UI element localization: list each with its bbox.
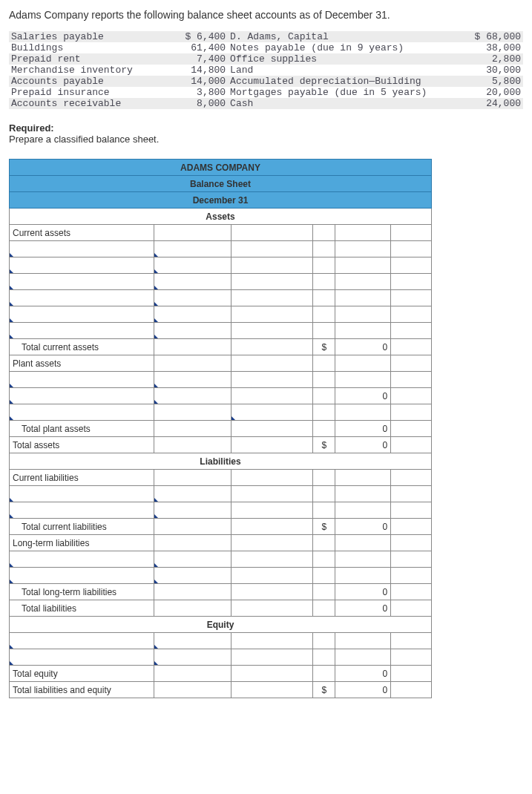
total-plant-assets-value: 0 — [335, 421, 391, 437]
account-label: D. Adams, Capital — [228, 31, 440, 42]
account-amount: 20,000 — [440, 87, 523, 98]
dollar-sign: $ — [313, 682, 335, 698]
account-select[interactable] — [10, 306, 154, 323]
account-label: Accounts payable — [9, 76, 154, 87]
amount-input[interactable] — [154, 388, 231, 404]
total-current-assets-value: 0 — [335, 339, 391, 355]
account-select[interactable] — [10, 551, 154, 568]
account-select[interactable] — [10, 649, 154, 666]
account-label: Prepaid insurance — [9, 87, 154, 98]
account-select[interactable] — [10, 290, 154, 306]
account-label: Cash — [228, 98, 440, 109]
total-assets-value: 0 — [335, 437, 391, 453]
account-label: Salaries payable — [9, 31, 154, 42]
title-header: Balance Sheet — [10, 176, 432, 192]
account-select[interactable] — [10, 388, 154, 404]
amount-input[interactable] — [154, 372, 231, 388]
account-amount: 3,800 — [154, 87, 228, 98]
total-current-assets-label: Total current assets — [10, 339, 154, 355]
amount-input[interactable] — [154, 290, 231, 306]
amount-input[interactable] — [154, 551, 231, 568]
total-liab-equity-value: 0 — [335, 682, 391, 698]
account-label: Prepaid rent — [9, 53, 154, 65]
account-amount: 5,800 — [440, 76, 523, 87]
subtotal-value: 0 — [335, 388, 391, 404]
date-header: December 31 — [10, 192, 432, 209]
account-select[interactable] — [10, 486, 154, 502]
total-liabilities-label: Total liabilities — [10, 600, 154, 617]
intro-text: Adams Company reports the following bala… — [9, 9, 523, 21]
amount-input[interactable] — [154, 486, 231, 502]
amount-input[interactable] — [231, 404, 313, 421]
amount-input[interactable] — [154, 502, 231, 519]
liabilities-header: Liabilities — [10, 453, 432, 470]
total-liabilities-value: 0 — [335, 600, 391, 617]
total-current-liabilities-value: 0 — [335, 519, 391, 535]
account-amount: $ 6,400 — [154, 31, 228, 42]
account-label: Land — [228, 65, 440, 76]
company-header: ADAMS COMPANY — [10, 160, 432, 176]
amount-input[interactable] — [154, 633, 231, 649]
total-equity-label: Total equity — [10, 666, 154, 682]
account-amount: 14,000 — [154, 76, 228, 87]
account-select[interactable] — [10, 404, 154, 421]
account-select[interactable] — [10, 241, 154, 257]
account-label: Office supplies — [228, 53, 440, 65]
amount-input[interactable] — [154, 274, 231, 290]
account-select[interactable] — [10, 502, 154, 519]
required-text: Prepare a classified balance sheet. — [9, 134, 159, 145]
account-label: Accumulated depreciation—Building — [228, 76, 440, 87]
account-select[interactable] — [10, 257, 154, 274]
account-label: Merchandise inventory — [9, 65, 154, 76]
total-long-term-liabilities-value: 0 — [335, 584, 391, 600]
amount-input[interactable] — [154, 649, 231, 666]
account-amount: 61,400 — [154, 42, 228, 53]
account-amount: 2,800 — [440, 53, 523, 65]
account-amount: 30,000 — [440, 65, 523, 76]
amount-input[interactable] — [154, 306, 231, 323]
total-assets-label: Total assets — [10, 437, 154, 453]
required-block: Required: Prepare a classified balance s… — [9, 122, 523, 145]
total-equity-value: 0 — [335, 666, 391, 682]
accounts-list: Salaries payable$ 6,400D. Adams, Capital… — [9, 31, 523, 109]
account-select[interactable] — [10, 274, 154, 290]
account-amount: 24,000 — [440, 98, 523, 109]
amount-input[interactable] — [154, 323, 231, 339]
account-amount: 8,000 — [154, 98, 228, 109]
account-select[interactable] — [10, 372, 154, 388]
long-term-liabilities-label: Long-term liabilities — [10, 535, 154, 551]
equity-header: Equity — [10, 617, 432, 633]
total-plant-assets-label: Total plant assets — [10, 421, 154, 437]
account-label: Notes payable (due in 9 years) — [228, 42, 440, 53]
dollar-sign: $ — [313, 519, 335, 535]
account-amount: 14,800 — [154, 65, 228, 76]
account-amount: 38,000 — [440, 42, 523, 53]
balance-sheet-table: ADAMS COMPANY Balance Sheet December 31 … — [9, 159, 432, 698]
current-liabilities-label: Current liabilities — [10, 470, 154, 486]
account-amount: 7,400 — [154, 53, 228, 65]
total-liab-equity-label: Total liabilities and equity — [10, 682, 154, 698]
account-label: Accounts receivable — [9, 98, 154, 109]
dollar-sign: $ — [313, 437, 335, 453]
amount-input[interactable] — [154, 241, 231, 257]
required-label: Required: — [9, 122, 54, 134]
amount-input[interactable] — [154, 568, 231, 584]
account-select[interactable] — [10, 323, 154, 339]
account-select[interactable] — [10, 568, 154, 584]
total-current-liabilities-label: Total current liabilities — [10, 519, 154, 535]
account-label: Buildings — [9, 42, 154, 53]
account-amount: $ 68,000 — [440, 31, 523, 42]
account-select[interactable] — [10, 633, 154, 649]
amount-input[interactable] — [154, 257, 231, 274]
total-long-term-liabilities-label: Total long-term liabilities — [10, 584, 154, 600]
current-assets-label: Current assets — [10, 225, 154, 241]
assets-header: Assets — [10, 209, 432, 225]
account-label: Mortgages payable (due in 5 years) — [228, 87, 440, 98]
plant-assets-label: Plant assets — [10, 355, 154, 372]
dollar-sign: $ — [313, 339, 335, 355]
